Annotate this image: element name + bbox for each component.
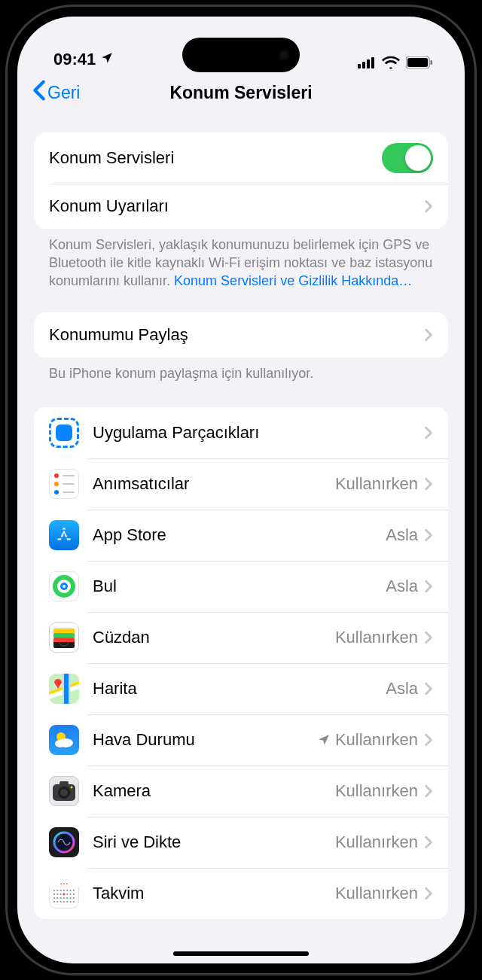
chevron-right-icon — [424, 528, 433, 542]
svg-point-56 — [73, 901, 75, 902]
page-title: Konum Servisleri — [169, 83, 312, 103]
privacy-link[interactable]: Konum Servisleri ve Gizlilik Hakkında… — [174, 273, 412, 288]
home-indicator[interactable] — [173, 951, 309, 956]
chevron-left-icon — [32, 80, 46, 105]
svg-point-10 — [63, 585, 66, 588]
app-row-widgets[interactable]: Uygulama Parçacıkları — [34, 407, 448, 458]
app-name: Harita — [93, 679, 386, 698]
svg-point-35 — [73, 890, 75, 891]
svg-rect-21 — [59, 781, 69, 786]
content[interactable]: Konum Servisleri Konum Uyarıları Konum S… — [17, 114, 465, 963]
status-time: 09:41 — [53, 50, 96, 69]
app-row-reminders[interactable]: Anımsatıcılar Kullanırken — [34, 458, 448, 510]
location-services-toggle[interactable] — [382, 143, 433, 173]
row-location-alerts[interactable]: Konum Uyarıları — [34, 184, 448, 229]
svg-point-37 — [56, 893, 58, 895]
app-row-siri[interactable]: Siri ve Dikte Kullanırken — [34, 817, 448, 868]
svg-point-36 — [53, 893, 55, 895]
chevron-right-icon — [424, 328, 433, 342]
battery-icon — [406, 56, 433, 68]
svg-point-52 — [60, 901, 62, 902]
app-name: Siri ve Dikte — [93, 832, 335, 852]
svg-rect-5 — [407, 58, 428, 67]
app-row-camera[interactable]: Kamera Kullanırken — [34, 765, 448, 817]
svg-rect-13 — [53, 638, 75, 643]
app-status: Kullanırken — [335, 730, 418, 750]
svg-rect-2 — [367, 59, 370, 68]
app-name: Hava Durumu — [93, 730, 317, 750]
svg-point-43 — [53, 897, 55, 899]
app-name: Anımsatıcılar — [93, 474, 335, 494]
svg-rect-11 — [53, 628, 75, 634]
svg-rect-6 — [431, 60, 433, 65]
location-arrow-icon — [100, 50, 114, 69]
app-status: Asla — [386, 525, 418, 545]
chevron-right-icon — [424, 887, 433, 900]
svg-rect-0 — [358, 64, 361, 68]
group-app-list: Uygulama Parçacıkları Anımsatıcılar Kull… — [34, 407, 448, 919]
row-location-services[interactable]: Konum Servisleri — [34, 132, 448, 184]
svg-point-34 — [69, 890, 71, 891]
row-label: Konum Servisleri — [49, 148, 382, 168]
svg-point-50 — [53, 901, 55, 902]
row-label: Konumumu Paylaş — [49, 325, 424, 345]
calendar-icon: • • • — [49, 878, 79, 908]
app-status: Kullanırken — [335, 781, 418, 801]
appstore-icon — [49, 520, 79, 550]
app-status: Kullanırken — [335, 628, 418, 647]
app-name: Bul — [93, 577, 386, 596]
svg-rect-1 — [362, 62, 365, 68]
chevron-right-icon — [424, 835, 433, 849]
chevron-right-icon — [424, 682, 433, 695]
svg-point-55 — [69, 901, 71, 902]
app-row-calendar[interactable]: • • • Takvim Kullanırken — [34, 868, 448, 919]
chevron-right-icon — [424, 426, 433, 440]
app-row-appstore[interactable]: App Store Asla — [34, 510, 448, 561]
group-share-location: Konumumu Paylaş — [34, 312, 448, 358]
app-row-wallet[interactable]: Cüzdan Kullanırken — [34, 612, 448, 663]
chevron-right-icon — [424, 580, 433, 593]
svg-point-41 — [69, 893, 71, 895]
wifi-icon — [382, 56, 400, 69]
chevron-right-icon — [424, 477, 433, 491]
wallet-icon — [49, 622, 79, 653]
svg-point-31 — [60, 890, 62, 891]
row-label: Konum Uyarıları — [49, 196, 424, 216]
app-status: Kullanırken — [335, 474, 418, 494]
svg-point-40 — [66, 893, 68, 895]
chevron-right-icon — [424, 784, 433, 798]
location-arrow-icon — [317, 733, 331, 747]
svg-point-30 — [56, 890, 58, 891]
app-name: Uygulama Parçacıkları — [93, 423, 424, 443]
app-status: Kullanırken — [335, 884, 418, 903]
svg-rect-3 — [371, 57, 374, 68]
svg-point-42 — [73, 893, 75, 895]
group-location-settings: Konum Servisleri Konum Uyarıları — [34, 132, 448, 229]
svg-point-54 — [66, 901, 68, 902]
svg-point-32 — [63, 890, 65, 891]
svg-point-29 — [53, 890, 55, 891]
siri-icon — [49, 827, 79, 857]
svg-point-19 — [55, 740, 66, 747]
app-row-find[interactable]: Bul Asla — [34, 561, 448, 612]
cellular-icon — [358, 56, 376, 68]
weather-icon — [49, 725, 79, 755]
svg-point-49 — [73, 897, 75, 899]
svg-point-53 — [63, 901, 65, 902]
app-row-maps[interactable]: Harita Asla — [34, 663, 448, 714]
camera-icon — [49, 776, 79, 806]
chevron-right-icon — [424, 733, 433, 747]
svg-point-57 — [63, 893, 65, 895]
app-row-weather[interactable]: Hava Durumu Kullanırken — [34, 714, 448, 765]
app-name: Cüzdan — [93, 628, 335, 647]
app-name: Takvim — [93, 884, 335, 903]
row-share-location[interactable]: Konumumu Paylaş — [34, 312, 448, 358]
app-name: Kamera — [93, 781, 335, 801]
svg-text:• • •: • • • — [60, 881, 68, 886]
svg-point-47 — [66, 897, 68, 899]
svg-point-51 — [56, 901, 58, 902]
footer-share-location: Bu iPhone konum paylaşma için kullanılıy… — [34, 358, 448, 383]
app-status: Asla — [386, 679, 418, 698]
svg-point-45 — [60, 897, 62, 899]
back-button[interactable]: Geri — [32, 80, 80, 105]
